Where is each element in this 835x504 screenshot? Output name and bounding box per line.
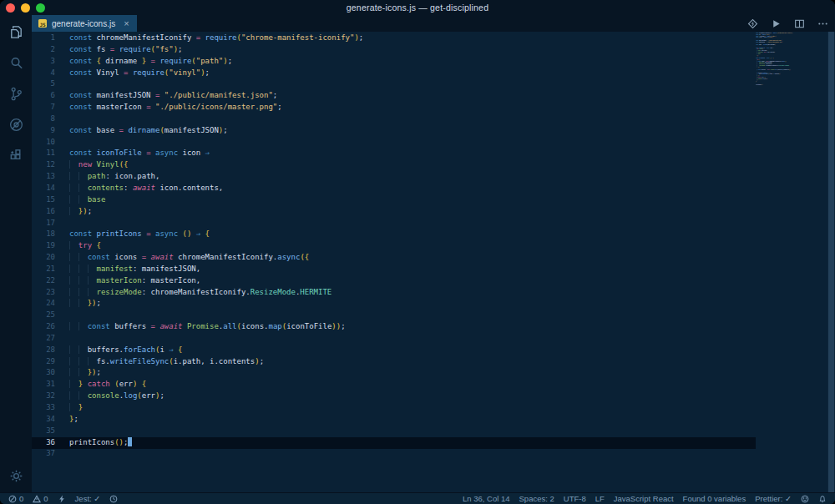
settings-gear-icon[interactable]: [8, 467, 24, 484]
line-number[interactable]: 8: [32, 113, 55, 125]
code-line[interactable]: [69, 333, 363, 345]
line-number[interactable]: 6: [32, 90, 55, 102]
status-item[interactable]: Spaces: 2: [519, 494, 554, 503]
line-number[interactable]: 35: [32, 426, 55, 437]
line-number[interactable]: 33: [32, 402, 55, 414]
code-line[interactable]: const iconToFile = async icon ⇒: [69, 148, 363, 159]
status-item[interactable]: JavaScript React: [614, 494, 674, 503]
source-control-icon[interactable]: [8, 85, 24, 102]
line-number[interactable]: 23: [32, 287, 55, 299]
line-number-gutter[interactable]: 1234567891011121314151617181920212223242…: [32, 33, 55, 460]
code-line[interactable]: const printIcons = async () ⇒ {: [69, 229, 363, 240]
line-number[interactable]: 31: [32, 379, 55, 391]
status-item[interactable]: Found 0 variables: [683, 494, 746, 503]
minimap[interactable]: const chromeManifestIconify = require("c…: [756, 33, 835, 492]
status-item[interactable]: Jest: ✓: [75, 494, 101, 503]
extensions-icon[interactable]: [8, 147, 24, 164]
code-content[interactable]: const chromeManifestIconify = require("c…: [69, 33, 363, 460]
line-number[interactable]: 15: [32, 194, 55, 206]
clock-status-item[interactable]: [109, 495, 118, 503]
line-number[interactable]: 36: [32, 437, 55, 449]
code-line[interactable]: printIcons();: [69, 437, 363, 449]
code-line[interactable]: const { dirname } = require("path");: [69, 56, 363, 68]
code-line[interactable]: contents: await icon.contents,: [69, 183, 363, 194]
line-number[interactable]: 28: [32, 345, 55, 356]
code-line[interactable]: [69, 218, 363, 229]
line-number[interactable]: 13: [32, 171, 55, 183]
code-line[interactable]: }: [69, 402, 363, 414]
line-number[interactable]: 12: [32, 159, 55, 171]
status-item[interactable]: Prettier: ✓: [755, 494, 792, 503]
code-line[interactable]: const manifestJSON = "./public/manifest.…: [69, 90, 363, 102]
line-number[interactable]: 3: [32, 56, 55, 68]
line-number[interactable]: 4: [32, 68, 55, 79]
line-number[interactable]: 25: [32, 310, 55, 321]
line-number[interactable]: 16: [32, 206, 55, 218]
code-line[interactable]: masterIcon: masterIcon,: [69, 275, 363, 287]
code-line[interactable]: resizeMode: chromeManifestIconify.Resize…: [69, 287, 363, 299]
code-line[interactable]: const icons = await chromeManifestIconif…: [69, 252, 363, 264]
warning-triangle-status-item[interactable]: 0: [33, 494, 48, 503]
code-line[interactable]: console.log(err);: [69, 391, 363, 402]
error-circle-status-item[interactable]: 0: [8, 494, 23, 503]
code-line[interactable]: [69, 448, 363, 460]
code-line[interactable]: fs.writeFileSync(i.path, i.contents);: [69, 356, 363, 368]
status-item[interactable]: LF: [595, 494, 605, 503]
line-number[interactable]: 22: [32, 275, 55, 287]
explorer-icon[interactable]: [8, 23, 24, 40]
code-line[interactable]: try {: [69, 240, 363, 252]
line-number[interactable]: 17: [32, 218, 55, 229]
line-number[interactable]: 10: [32, 137, 55, 149]
line-number[interactable]: 11: [32, 148, 55, 159]
code-line[interactable]: const base = dirname(manifestJSON);: [69, 125, 363, 137]
code-line[interactable]: const chromeManifestIconify = require("c…: [69, 33, 363, 44]
search-icon[interactable]: [8, 54, 24, 71]
line-number[interactable]: 1: [32, 33, 55, 44]
code-line[interactable]: base: [69, 194, 363, 206]
line-number[interactable]: 27: [32, 333, 55, 345]
line-number[interactable]: 19: [32, 240, 55, 252]
code-line[interactable]: path: icon.path,: [69, 171, 363, 183]
code-line[interactable]: buffers.forEach(i ⇒ {: [69, 345, 363, 356]
line-number[interactable]: 32: [32, 391, 55, 402]
code-line[interactable]: } catch (err) {: [69, 379, 363, 391]
status-item[interactable]: Ln 36, Col 14: [463, 494, 510, 503]
line-number[interactable]: 21: [32, 264, 55, 275]
code-line[interactable]: [69, 113, 363, 125]
code-line[interactable]: });: [69, 206, 363, 218]
lightning-status-item[interactable]: [58, 495, 66, 503]
scrollbar-thumb[interactable]: [828, 32, 834, 492]
format-diamond-icon[interactable]: [746, 18, 758, 29]
line-number[interactable]: 26: [32, 321, 55, 333]
code-line[interactable]: [69, 78, 363, 90]
bell-status-item[interactable]: [818, 495, 827, 503]
code-editor[interactable]: 1234567891011121314151617181920212223242…: [32, 32, 835, 492]
code-line[interactable]: new Vinyl({: [69, 159, 363, 171]
code-line[interactable]: const fs = require("fs");: [69, 44, 363, 56]
code-line[interactable]: [69, 310, 363, 321]
code-line[interactable]: });: [69, 367, 363, 379]
line-number[interactable]: 9: [32, 125, 55, 137]
code-line[interactable]: const buffers = await Promise.all(icons.…: [69, 321, 363, 333]
code-line[interactable]: manifest: manifestJSON,: [69, 264, 363, 275]
status-item[interactable]: UTF-8: [564, 494, 586, 503]
line-number[interactable]: 2: [32, 44, 55, 56]
debug-icon[interactable]: [8, 116, 24, 133]
run-icon[interactable]: [770, 18, 782, 29]
line-number[interactable]: 14: [32, 183, 55, 194]
line-number[interactable]: 29: [32, 356, 55, 368]
line-number[interactable]: 24: [32, 298, 55, 310]
smiley-status-item[interactable]: [801, 495, 809, 503]
code-line[interactable]: });: [69, 298, 363, 310]
line-number[interactable]: 34: [32, 414, 55, 426]
split-editor-icon[interactable]: [793, 18, 805, 29]
line-number[interactable]: 18: [32, 229, 55, 240]
code-line[interactable]: };: [69, 414, 363, 426]
line-number[interactable]: 20: [32, 252, 55, 264]
code-line[interactable]: const masterIcon = "./public/icons/maste…: [69, 102, 363, 113]
code-line[interactable]: [69, 137, 363, 149]
line-number[interactable]: 30: [32, 367, 55, 379]
vertical-scrollbar[interactable]: [827, 32, 835, 492]
line-number[interactable]: 7: [32, 102, 55, 113]
tab-generate-icons[interactable]: JS generate-icons.js ×: [32, 15, 137, 32]
